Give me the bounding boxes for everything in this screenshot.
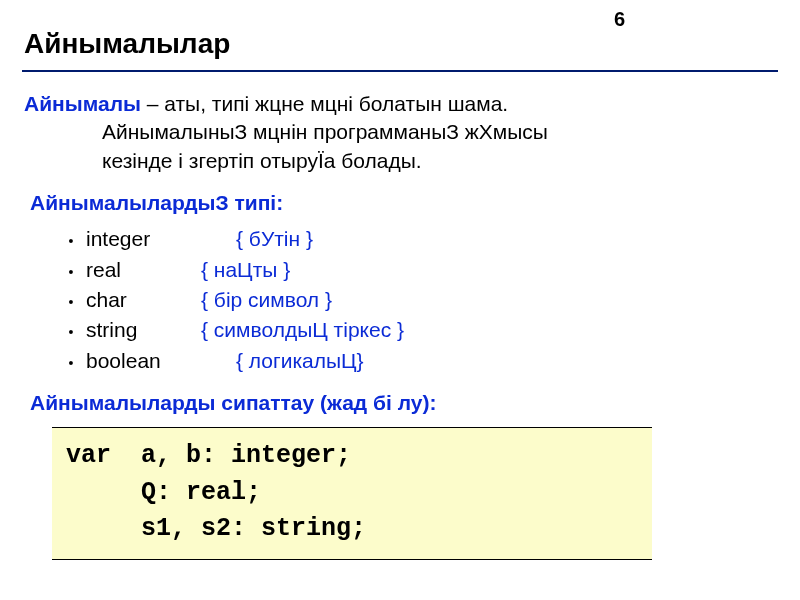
bullet-icon: •	[66, 353, 76, 374]
type-item: • string { символдыЦ тіркес }	[24, 316, 776, 344]
definition-term: Айнымалы	[24, 92, 141, 115]
definition-text-3: кезінде і згертіп отыруЇа болады.	[102, 147, 776, 175]
title-divider	[22, 70, 778, 72]
bullet-icon: •	[66, 322, 76, 343]
type-item: • char { бір символ }	[24, 286, 776, 314]
bullet-icon: •	[66, 292, 76, 313]
declare-heading: Айнымалыларды сипаттау (жад бі лу):	[30, 389, 776, 417]
definition-text-2: АйнымалыныЗ мцнін программаныЗ жХмысы	[102, 118, 776, 146]
type-comment: { символдыЦ тіркес }	[201, 316, 404, 344]
slide-body: Айнымалы – аты, типі жцне мцні болатын ш…	[24, 90, 776, 560]
type-name: char	[86, 286, 201, 314]
code-line-2: Q: real;	[66, 478, 261, 507]
type-name: boolean	[86, 347, 236, 375]
type-name: real	[86, 256, 201, 284]
type-name: string	[86, 316, 201, 344]
bullet-icon: •	[66, 231, 76, 252]
code-line-1: var a, b: integer;	[66, 441, 351, 470]
slide: 6 Айнымалылар Айнымалы – аты, типі жцне …	[0, 0, 800, 600]
type-name: integer	[86, 225, 236, 253]
type-comment: { наЦты }	[201, 256, 290, 284]
type-comment: { бУтін }	[236, 225, 313, 253]
definition-line-1: Айнымалы – аты, типі жцне мцні болатын ш…	[24, 90, 776, 118]
page-number: 6	[614, 8, 625, 31]
type-comment: { бір символ }	[201, 286, 332, 314]
type-item: • boolean { логикалыЦ}	[24, 347, 776, 375]
type-comment: { логикалыЦ}	[236, 347, 364, 375]
type-item: • real { наЦты }	[24, 256, 776, 284]
type-item: • integer { бУтін }	[24, 225, 776, 253]
bullet-icon: •	[66, 262, 76, 283]
code-line-3: s1, s2: string;	[66, 514, 366, 543]
slide-title: Айнымалылар	[24, 28, 230, 60]
definition-text-1: аты, типі жцне мцні болатын шама.	[164, 92, 508, 115]
definition-dash: –	[141, 92, 164, 115]
types-heading: АйнымалылардыЗ типі:	[30, 189, 776, 217]
code-block: var a, b: integer; Q: real; s1, s2: stri…	[52, 427, 652, 560]
types-list: • integer { бУтін } • real { наЦты } • c…	[24, 225, 776, 375]
